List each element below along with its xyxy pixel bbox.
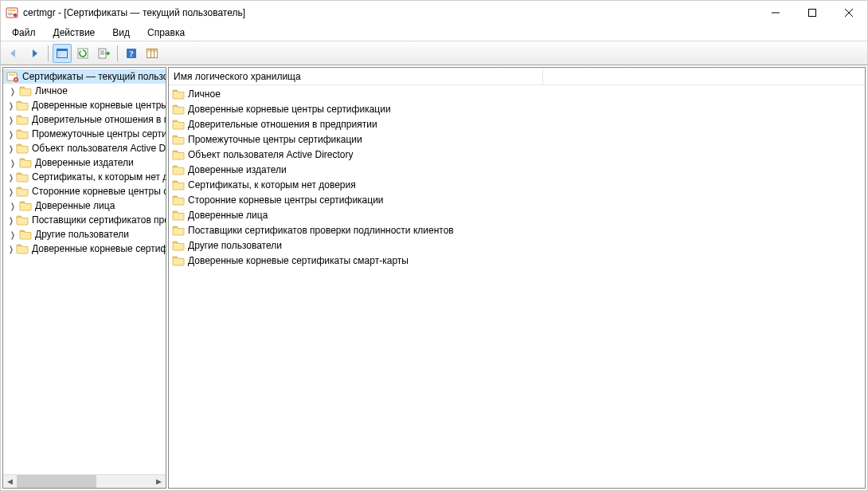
folder-icon <box>19 229 32 240</box>
toolbar-separator <box>48 45 49 61</box>
tree-pane: Сертификаты — текущий пользователь ❯Личн… <box>2 67 166 489</box>
list-row-label: Доверенные издатели <box>188 164 287 175</box>
folder-icon <box>172 164 185 175</box>
expander-icon[interactable]: ❯ <box>10 87 16 96</box>
list-row[interactable]: Доверенные корневые центры сертификации <box>169 101 865 116</box>
svg-text:?: ? <box>129 49 134 58</box>
tree-horizontal-scrollbar[interactable]: ◀ ▶ <box>3 474 166 488</box>
folder-icon <box>16 128 29 139</box>
menu-action[interactable]: Действие <box>47 26 102 40</box>
expander-icon[interactable]: ❯ <box>9 216 14 225</box>
tree-node[interactable]: ❯Доверительные отношения в предприятии <box>3 112 166 127</box>
menu-view[interactable]: Вид <box>106 26 136 40</box>
list-row[interactable]: Личное <box>169 86 865 101</box>
expander-icon[interactable]: ❯ <box>10 202 16 210</box>
help-button[interactable]: ? <box>122 44 141 63</box>
maximize-button[interactable] <box>794 1 831 25</box>
list-row[interactable]: Доверительные отношения в предприятии <box>169 116 865 132</box>
tree-node-label: Другие пользователи <box>35 229 129 240</box>
folder-icon <box>172 119 185 130</box>
list-column-header[interactable]: Имя логического хранилища <box>169 68 543 84</box>
expander-icon[interactable]: ❯ <box>10 159 16 167</box>
tree-view[interactable]: Сертификаты — текущий пользователь ❯Личн… <box>3 68 166 474</box>
tree-node-label: Доверенные корневые центры сертификации <box>32 100 166 111</box>
folder-icon <box>172 88 185 100</box>
folder-icon <box>16 171 29 183</box>
tree-node-label: Доверенные корневые сертификаты смарт-ка… <box>32 243 166 254</box>
menu-help[interactable]: Справка <box>141 26 191 40</box>
tree-node-label: Промежуточные центры сертификации <box>32 128 166 139</box>
tree-node[interactable]: ❯Объект пользователя Active Directory <box>3 141 166 155</box>
nav-forward-button[interactable] <box>25 44 44 63</box>
folder-icon <box>172 134 185 145</box>
folder-icon <box>16 214 29 226</box>
list-row-label: Промежуточные центры сертификации <box>188 134 362 145</box>
list-row-label: Доверенные корневые центры сертификации <box>188 104 391 115</box>
tree-node-label: Объект пользователя Active Directory <box>32 143 166 154</box>
scroll-left-arrow-icon[interactable]: ◀ <box>3 475 17 488</box>
expander-icon[interactable]: ❯ <box>10 230 16 239</box>
list-row-label: Сторонние корневые центры сертификации <box>188 194 384 206</box>
tree-node[interactable]: ❯Личное <box>3 84 166 98</box>
menu-file[interactable]: Файл <box>6 26 42 40</box>
tree-node-label: Доверительные отношения в предприятии <box>32 114 166 125</box>
tree-root-label: Сертификаты — текущий пользователь <box>22 71 166 82</box>
list-row[interactable]: Сторонние корневые центры сертификации <box>169 192 865 207</box>
list-row[interactable]: Объект пользователя Active Directory <box>169 147 865 162</box>
list-body[interactable]: ЛичноеДоверенные корневые центры сертифи… <box>169 85 865 488</box>
toolbar-separator <box>117 45 118 61</box>
show-hide-tree-button[interactable] <box>53 44 72 63</box>
list-row[interactable]: Доверенные корневые сертификаты смарт-ка… <box>169 253 865 268</box>
tree-node[interactable]: ❯Доверенные корневые центры сертификации <box>3 98 166 112</box>
list-row[interactable]: Доверенные издатели <box>169 162 865 177</box>
list-pane-wrap: Имя логического хранилища ЛичноеДоверенн… <box>168 67 866 489</box>
tree-node[interactable]: ❯Доверенные корневые сертификаты смарт-к… <box>3 242 166 256</box>
window-controls <box>757 1 867 25</box>
expander-icon[interactable]: ❯ <box>9 116 14 124</box>
list-row-label: Поставщики сертификатов проверки подлинн… <box>188 225 454 236</box>
expander-icon[interactable]: ❯ <box>9 144 14 153</box>
list-row[interactable]: Поставщики сертификатов проверки подлинн… <box>169 222 865 238</box>
expander-icon[interactable]: ❯ <box>9 130 14 139</box>
folder-icon <box>172 194 185 206</box>
folder-icon <box>16 243 29 254</box>
expander-icon[interactable]: ❯ <box>9 245 14 253</box>
list-row[interactable]: Сертификаты, к которым нет доверия <box>169 177 865 192</box>
close-button[interactable] <box>831 1 867 25</box>
folder-icon <box>16 114 29 125</box>
list-row[interactable]: Другие пользователи <box>169 238 865 253</box>
refresh-button[interactable] <box>73 44 92 63</box>
tree-node[interactable]: ❯Доверенные лица <box>3 198 166 213</box>
tree-node[interactable]: ❯Поставщики сертификатов проверки подлин… <box>3 213 166 227</box>
tree-root-node[interactable]: Сертификаты — текущий пользователь <box>3 69 166 84</box>
tree-node[interactable]: ❯Другие пользователи <box>3 227 166 242</box>
scroll-right-arrow-icon[interactable]: ▶ <box>152 475 166 488</box>
export-list-button[interactable] <box>94 44 113 63</box>
nav-back-button[interactable] <box>4 44 23 63</box>
folder-icon <box>172 240 185 251</box>
tree-node[interactable]: ❯Доверенные издатели <box>3 155 166 170</box>
scroll-track[interactable] <box>17 475 152 488</box>
expander-icon[interactable]: ❯ <box>9 187 14 196</box>
tree-node[interactable]: ❯Сертификаты, к которым нет доверия <box>3 170 166 184</box>
svg-rect-13 <box>99 49 106 58</box>
list-row-label: Доверенные лица <box>188 210 268 221</box>
certificate-root-icon <box>6 70 19 83</box>
tree-node-label: Сертификаты, к которым нет доверия <box>32 171 166 183</box>
tree-node-label: Личное <box>35 85 68 96</box>
tree-node[interactable]: ❯Сторонние корневые центры сертификации <box>3 184 166 198</box>
tree-node[interactable]: ❯Промежуточные центры сертификации <box>3 127 166 141</box>
list-row[interactable]: Доверенные лица <box>169 207 865 222</box>
svg-rect-6 <box>809 10 816 17</box>
list-row[interactable]: Промежуточные центры сертификации <box>169 132 865 147</box>
minimize-button[interactable] <box>757 1 794 25</box>
scroll-thumb[interactable] <box>17 475 96 488</box>
folder-icon <box>172 225 185 236</box>
svg-rect-22 <box>154 49 154 57</box>
certificates-view-button[interactable] <box>143 44 162 63</box>
expander-icon[interactable]: ❯ <box>9 173 14 182</box>
tree-node-label: Поставщики сертификатов проверки подлинн… <box>32 214 166 226</box>
list-column-label: Имя логического хранилища <box>174 71 301 82</box>
expander-icon[interactable]: ❯ <box>9 101 14 110</box>
folder-icon <box>19 200 32 211</box>
